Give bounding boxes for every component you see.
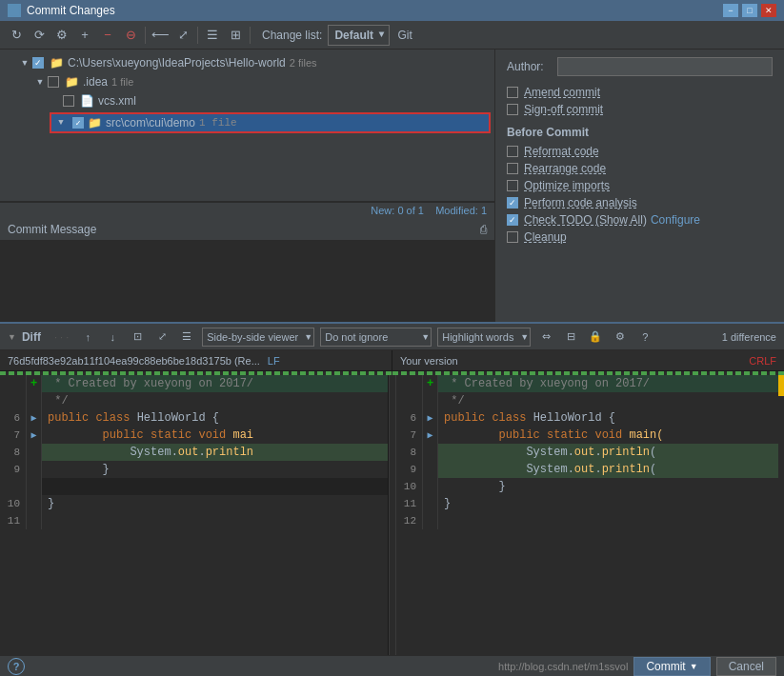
src-checkbox[interactable]: ✓	[72, 117, 84, 129]
prev-diff-button[interactable]: ↑	[78, 328, 97, 347]
line-num: 12	[396, 512, 423, 529]
remove-button[interactable]: −	[97, 25, 118, 46]
vcs-spacer	[50, 95, 61, 107]
settings-diff-button[interactable]: ☰	[177, 328, 196, 347]
src-folder-icon: 📁	[88, 116, 102, 130]
diff-line: 9 }	[0, 461, 388, 478]
svg-rect-0	[9, 5, 20, 16]
maximize-button[interactable]: □	[742, 4, 757, 17]
ignore-dropdown[interactable]: Do not ignore Ignore whitespaces	[320, 328, 432, 347]
root-path: C:\Users\xueyong\IdeaProjects\Hello-worl…	[68, 56, 286, 70]
reformat-code-row[interactable]: Reformat code	[507, 145, 773, 158]
line-gutter: ▶	[27, 427, 42, 444]
toolbar-sep3	[250, 27, 251, 44]
line-content	[438, 512, 784, 529]
line-num: 6	[396, 409, 423, 427]
diff-line: 6 ▶ public class HelloWorld {	[0, 409, 388, 427]
viewer-dropdown[interactable]: Side-by-side viewer Unified viewer	[202, 328, 314, 347]
add-button[interactable]: +	[74, 25, 95, 46]
refresh-button[interactable]: ↻	[6, 25, 27, 46]
diff-line: 12	[396, 512, 784, 529]
amend-checkbox[interactable]	[507, 87, 518, 98]
back-button[interactable]: ⟵	[150, 25, 171, 46]
lock-button[interactable]: 🔒	[586, 328, 605, 347]
help-button[interactable]: ?	[8, 658, 25, 675]
reformat-code-label: Reformat code	[524, 145, 599, 158]
commit-message-label: Commit Message	[8, 223, 96, 236]
crlf-badge: CRLF	[749, 355, 776, 367]
diff-line: 8 System.out.println	[0, 444, 388, 461]
window-icon	[8, 4, 21, 17]
diff-right-pane[interactable]: + * Created by xueyong on 2017/ */ 6 ▶ p…	[396, 375, 784, 655]
reformat-checkbox[interactable]	[507, 146, 518, 157]
src-file-count: 1 file	[199, 117, 237, 129]
perform-analysis-label: Perform code analysis	[524, 196, 637, 209]
diff-left-pane[interactable]: + * Created by xueyong on 2017/ */ 6 ▶ p…	[0, 375, 389, 655]
author-input[interactable]	[557, 57, 773, 76]
changelist-dropdown[interactable]: Default	[328, 25, 390, 46]
commit-button[interactable]: Commit ▼	[633, 657, 710, 676]
open-right-button[interactable]: ⤢	[152, 328, 171, 347]
help-diff-button[interactable]: ?	[635, 328, 654, 347]
idea-checkbox[interactable]	[48, 76, 59, 88]
tree-button[interactable]: ⊞	[225, 25, 246, 46]
idea-collapse-icon: ▼	[34, 76, 46, 88]
update-button[interactable]: ⟳	[29, 25, 50, 46]
amend-commit-row[interactable]: Amend commit	[507, 86, 773, 99]
optimize-checkbox[interactable]	[507, 180, 518, 191]
commit-dropdown-arrow-icon[interactable]: ▼	[690, 662, 698, 671]
signoff-checkbox[interactable]	[507, 104, 518, 115]
file-tree: ▼ ✓ 📁 C:\Users\xueyong\IdeaProjects\Hell…	[0, 50, 494, 202]
diff-line: + * Created by xueyong on 2017/	[0, 375, 388, 392]
vcs-checkbox[interactable]	[63, 95, 74, 107]
cleanup-label: Cleanup	[524, 230, 567, 244]
line-num: 7	[0, 427, 27, 444]
gear-diff-button[interactable]: ⚙	[611, 328, 630, 347]
rearrange-checkbox[interactable]	[507, 163, 518, 174]
tree-vcs-file[interactable]: 📄 vcs.xml	[0, 91, 494, 110]
url-text: http://blog.csdn.net/m1ssvol	[498, 661, 628, 672]
check-todo-checkbox[interactable]: ✓	[507, 214, 518, 226]
sync-button[interactable]: ⇔	[536, 328, 555, 347]
next-diff-button[interactable]: ↓	[103, 328, 122, 347]
line-gutter	[423, 392, 438, 409]
window-controls: − □ ✕	[723, 4, 776, 17]
panels-button[interactable]: ⊟	[561, 328, 580, 347]
lf-badge: LF	[268, 355, 280, 367]
open-left-button[interactable]: ⊡	[128, 328, 147, 347]
diff-splitter[interactable]	[389, 375, 396, 655]
check-todo-row[interactable]: ✓ Check TODO (Show All) Configure	[507, 213, 773, 227]
cancel-button[interactable]: Cancel	[716, 657, 776, 676]
line-content	[42, 478, 388, 495]
close-button[interactable]: ✕	[761, 4, 776, 17]
perform-checkbox[interactable]: ✓	[507, 197, 518, 209]
bottom-actions: http://blog.csdn.net/m1ssvol Commit ▼ Ca…	[498, 657, 776, 676]
author-label: Author:	[507, 60, 550, 73]
remove2-button[interactable]: ⊖	[120, 25, 141, 46]
perform-analysis-row[interactable]: ✓ Perform code analysis	[507, 196, 773, 209]
cleanup-checkbox[interactable]	[507, 231, 518, 243]
line-content	[42, 512, 388, 529]
cleanup-row[interactable]: Cleanup	[507, 230, 773, 244]
tree-idea-folder[interactable]: ▼ 📁 .idea 1 file	[0, 72, 494, 91]
diff-line: 10 }	[396, 478, 784, 495]
list-button[interactable]: ☰	[202, 25, 223, 46]
configure-link[interactable]: Configure	[651, 213, 700, 227]
tree-src-folder[interactable]: ▼ ✓ 📁 src\com\cui\demo 1 file	[50, 112, 491, 133]
optimize-imports-row[interactable]: Optimize imports	[507, 179, 773, 192]
minimize-button[interactable]: −	[723, 4, 738, 17]
rearrange-code-row[interactable]: Rearrange code	[507, 162, 773, 175]
tree-root[interactable]: ▼ ✓ 📁 C:\Users\xueyong\IdeaProjects\Hell…	[0, 53, 494, 72]
open-in-editor-icon[interactable]: ⎙	[480, 223, 487, 236]
diff-files-bar: 76d5fdf83e92ab11f104ea99c88eb6be18d3175b…	[0, 350, 784, 371]
root-checkbox[interactable]: ✓	[32, 57, 44, 69]
sign-off-row[interactable]: Sign-off commit	[507, 103, 773, 116]
highlight-dropdown[interactable]: Highlight words Highlight chars	[437, 328, 531, 347]
line-num: 6	[0, 409, 27, 427]
diff-line: 8 System.out.println(	[396, 444, 784, 461]
move-button[interactable]: ⤢	[172, 25, 193, 46]
settings-button[interactable]: ⚙	[51, 25, 72, 46]
line-num: 11	[396, 495, 423, 512]
diff-expand-icon: ▼	[8, 332, 16, 342]
optimize-imports-label: Optimize imports	[524, 179, 610, 192]
